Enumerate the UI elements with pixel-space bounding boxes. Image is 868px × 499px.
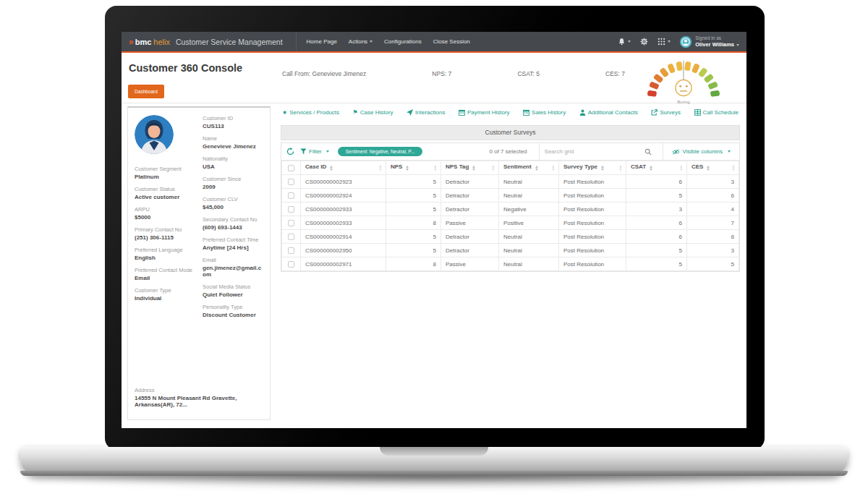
column-header-survey-type[interactable]: Survey Type⋮ (559, 161, 626, 175)
sort-icon[interactable] (650, 164, 652, 172)
cell-sentiment: Neutral (499, 189, 559, 202)
field-label: Nationality (203, 155, 263, 162)
console-body: Customer SegmentPlatinumCustomer StatusA… (122, 103, 746, 427)
tab-sales-history[interactable]: Sales History (523, 109, 566, 116)
column-menu-icon[interactable]: ⋮ (433, 165, 438, 171)
tab-services-products[interactable]: ★Services / Products (282, 109, 339, 116)
column-header-ces[interactable]: CES⋮ (687, 161, 739, 175)
row-checkbox[interactable] (288, 179, 294, 185)
search-grid-input[interactable] (545, 148, 644, 155)
column-menu-icon[interactable]: ⋮ (550, 165, 556, 171)
cell-ces: 4 (687, 202, 739, 216)
tab-label: Surveys (660, 109, 681, 116)
tab-label: Services / Products (289, 109, 339, 116)
tab-label: Additional Contacts (588, 109, 638, 116)
column-header-label: NPS Tag (446, 163, 469, 170)
row-select-cell[interactable] (282, 257, 301, 271)
column-header-nps[interactable]: NPS⋮ (386, 161, 441, 175)
tab-payment-history[interactable]: Payment History (459, 109, 510, 116)
row-checkbox[interactable] (288, 234, 294, 240)
column-header-nps-tag[interactable]: NPS Tag⋮ (441, 161, 499, 175)
column-menu-icon[interactable]: ⋮ (490, 165, 496, 171)
select-all-checkbox[interactable] (288, 165, 294, 171)
cell-nps-tag: Detractor (441, 244, 499, 257)
sort-icon[interactable] (535, 164, 538, 172)
column-header-case-id[interactable]: Case ID⋮ (301, 161, 386, 175)
cell-nps: 5 (386, 189, 441, 202)
table-row[interactable]: CS0000000029145DetractorNeutralPost Reso… (282, 230, 739, 244)
row-checkbox[interactable] (288, 220, 294, 226)
filter-button[interactable]: Filter (300, 148, 329, 155)
sort-icon[interactable] (472, 164, 475, 172)
tab-label: Case History (360, 109, 393, 116)
external-link-icon (651, 109, 658, 116)
table-row[interactable]: CS0000000029335DetractorNegativePost Res… (282, 202, 739, 216)
sort-icon[interactable] (330, 164, 333, 172)
sort-icon[interactable] (707, 164, 710, 172)
tab-case-history[interactable]: ⚑Case History (353, 109, 393, 116)
column-menu-icon[interactable]: ⋮ (678, 165, 684, 171)
row-select-cell[interactable] (282, 244, 301, 257)
tab-additional-contacts[interactable]: Additional Contacts (579, 109, 638, 116)
cell-ces: 8 (687, 230, 739, 244)
refresh-icon[interactable] (286, 148, 294, 155)
column-header-sentiment[interactable]: Sentiment⋮ (499, 161, 559, 175)
column-header-csat[interactable]: CSAT⋮ (626, 161, 687, 175)
visible-columns-button[interactable]: Visible columns (663, 143, 739, 160)
nav-menu-close-session[interactable]: Close Session (433, 38, 470, 45)
filter-label: Filter (309, 148, 322, 155)
card-field-nationality: NationalityUSA (203, 155, 263, 170)
table-row[interactable]: CS0000000029235DetractorNeutralPost Reso… (282, 175, 739, 189)
card-field-customer-segment: Customer SegmentPlatinum (135, 166, 195, 180)
column-header-label: NPS (391, 163, 402, 170)
surveys-table: Case ID⋮NPS⋮NPS Tag⋮Sentiment⋮Survey Typ… (281, 161, 739, 271)
row-select-cell[interactable] (282, 175, 301, 189)
table-header-row: Case ID⋮NPS⋮NPS Tag⋮Sentiment⋮Survey Typ… (282, 161, 739, 175)
apps-grid-icon[interactable] (658, 38, 671, 46)
tab-surveys[interactable]: Surveys (651, 109, 681, 116)
nav-menu-label: Close Session (433, 38, 470, 45)
column-menu-icon[interactable]: ⋮ (378, 165, 383, 171)
sort-icon[interactable] (406, 164, 409, 172)
tab-call-schedule[interactable]: Call Schedule (694, 109, 739, 116)
bell-icon[interactable] (618, 38, 631, 46)
row-select-cell[interactable] (282, 216, 301, 230)
nav-menu-label: Configurations (384, 38, 422, 45)
cell-case-id: CS000000002924 (301, 189, 386, 202)
filter-chip-sentiment[interactable]: Sentiment: Negative, Neutral, P... (338, 147, 423, 156)
nav-menu-configurations[interactable]: Configurations (384, 38, 422, 45)
nav-menu-home-page[interactable]: Home Page (307, 38, 337, 45)
cell-nps-tag: Detractor (441, 175, 499, 189)
cell-sentiment: Neutral (499, 230, 559, 244)
gear-icon[interactable] (640, 38, 648, 46)
row-checkbox[interactable] (288, 261, 294, 268)
card-field-arpu: ARPU$5000 (135, 206, 195, 221)
chevron-down-icon (668, 40, 671, 43)
table-row[interactable]: CS0000000029718PassiveNeutralPost Resolu… (282, 257, 739, 271)
table-row[interactable]: CS0000000029338PassivePositivePost Resol… (282, 216, 739, 230)
search-icon[interactable] (644, 148, 652, 155)
column-menu-icon[interactable]: ⋮ (618, 165, 624, 171)
column-menu-icon[interactable]: ⋮ (731, 165, 736, 171)
field-label: Primary Contact No (135, 226, 195, 233)
laptop-lid-notch (380, 447, 488, 456)
user-menu[interactable]: Signed in as Oliver Williams (680, 35, 739, 48)
tab-interactions[interactable]: Interactions (407, 109, 445, 116)
table-row[interactable]: CS0000000029245DetractorNeutralPost Reso… (282, 189, 739, 202)
select-all-cell[interactable] (282, 161, 301, 175)
cell-survey-type: Post Resolution (559, 257, 626, 271)
nav-menu-actions[interactable]: Actions (349, 38, 373, 45)
cell-ces: 3 (687, 244, 739, 257)
cell-survey-type: Post Resolution (559, 230, 626, 244)
row-checkbox[interactable] (288, 192, 294, 199)
row-checkbox[interactable] (288, 247, 294, 254)
row-select-cell[interactable] (282, 202, 301, 216)
row-select-cell[interactable] (282, 189, 301, 202)
card-field-customer-since: Customer Since2009 (203, 176, 263, 190)
row-checkbox[interactable] (288, 206, 294, 213)
table-row[interactable]: CS0000000029505DetractorNeutralPost Reso… (282, 244, 739, 257)
row-select-cell[interactable] (282, 230, 301, 244)
dashboard-button[interactable]: Dashboard (128, 85, 164, 98)
sort-icon[interactable] (601, 164, 604, 172)
cell-case-id: CS000000002923 (301, 175, 386, 189)
